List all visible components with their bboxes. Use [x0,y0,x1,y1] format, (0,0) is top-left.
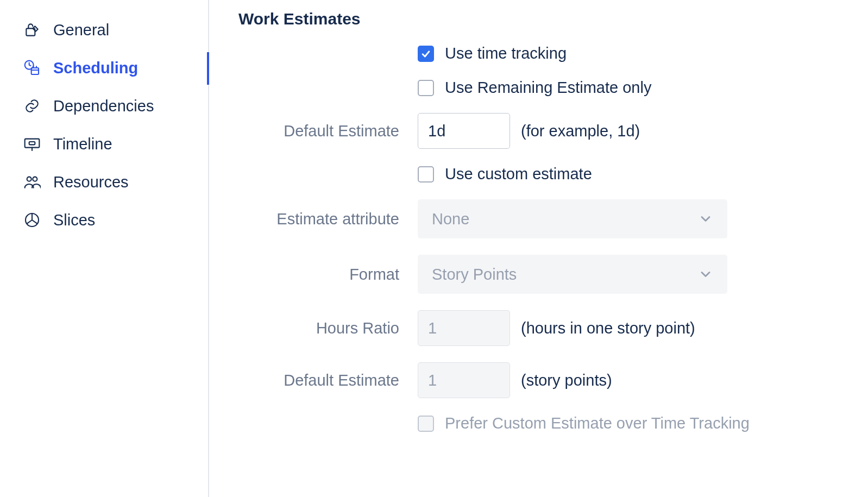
active-tab-marker [207,52,209,85]
settings-page: General Scheduling Dependencies [0,0,868,497]
row-use-time-tracking: Use time tracking [238,45,868,62]
format-value: Story Points [432,266,517,284]
row-hours-ratio: Hours Ratio (hours in one story point) [238,310,868,346]
people-icon [23,173,41,191]
hours-ratio-label: Hours Ratio [238,319,418,337]
default-estimate-time-label: Default Estimate [238,122,418,140]
default-estimate-points-hint: (story points) [521,372,612,389]
settings-content: Work Estimates Use time tracking Use Rem… [209,0,868,497]
sidebar-item-label: Scheduling [53,59,138,77]
svg-rect-3 [25,139,40,148]
row-use-custom-estimate: Use custom estimate [238,165,868,183]
use-time-tracking-checkbox[interactable] [418,46,434,62]
default-estimate-time-input[interactable] [418,113,510,149]
use-custom-estimate-checkbox[interactable] [418,166,434,183]
default-estimate-points-label: Default Estimate [238,372,418,389]
svg-rect-4 [29,142,35,144]
estimate-attribute-value: None [432,210,469,228]
row-default-estimate-points: Default Estimate (story points) [238,362,868,398]
use-time-tracking-label[interactable]: Use time tracking [445,45,567,62]
svg-rect-2 [32,68,39,74]
settings-sidebar: General Scheduling Dependencies [0,0,209,497]
hours-ratio-hint: (hours in one story point) [521,319,695,337]
use-custom-estimate-label[interactable]: Use custom estimate [445,165,592,183]
estimate-attribute-label: Estimate attribute [238,210,418,228]
default-estimate-time-hint: (for example, 1d) [521,122,640,140]
sidebar-item-label: Dependencies [53,97,154,115]
sidebar-item-slices[interactable]: Slices [23,201,208,239]
svg-point-5 [27,177,32,181]
sidebar-item-label: General [53,21,109,39]
row-use-remaining-only: Use Remaining Estimate only [238,79,868,97]
sidebar-item-label: Slices [53,211,95,229]
link-icon [23,97,41,115]
row-prefer-custom: Prefer Custom Estimate over Time Trackin… [238,414,868,432]
svg-point-6 [33,177,37,181]
estimate-attribute-select: None [418,199,727,238]
format-label: Format [238,266,418,284]
prefer-custom-checkbox [418,416,434,432]
chevron-down-icon [698,267,713,282]
chevron-down-icon [698,211,713,227]
sidebar-item-general[interactable]: General [23,11,208,49]
row-estimate-attribute: Estimate attribute None [238,199,868,238]
section-title: Work Estimates [238,10,868,28]
format-select: Story Points [418,255,727,294]
row-format: Format Story Points [238,255,868,294]
sidebar-item-dependencies[interactable]: Dependencies [23,87,208,125]
default-estimate-points-input [418,362,510,398]
pie-chart-icon [23,211,41,229]
row-default-estimate-time: Default Estimate (for example, 1d) [238,113,868,149]
use-remaining-estimate-label[interactable]: Use Remaining Estimate only [445,79,651,97]
use-remaining-estimate-checkbox[interactable] [418,80,434,96]
sidebar-item-label: Timeline [53,135,112,153]
lock-edit-icon [23,21,41,39]
timeline-icon [23,135,41,153]
sidebar-item-resources[interactable]: Resources [23,163,208,201]
hours-ratio-input [418,310,510,346]
prefer-custom-label: Prefer Custom Estimate over Time Trackin… [445,414,750,432]
sidebar-item-timeline[interactable]: Timeline [23,125,208,163]
sidebar-item-label: Resources [53,173,129,191]
clock-calendar-icon [23,59,41,77]
sidebar-item-scheduling[interactable]: Scheduling [23,49,208,87]
